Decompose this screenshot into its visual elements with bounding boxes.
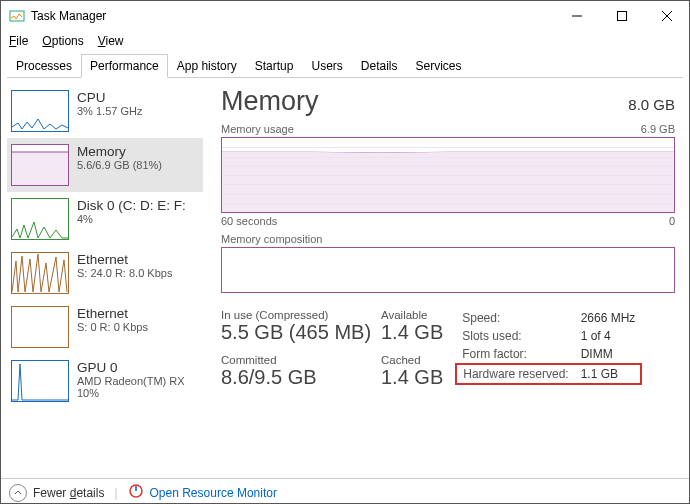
memory-composition-graph bbox=[221, 247, 675, 293]
sidebar-item-memory[interactable]: Memory5.6/6.9 GB (81%) bbox=[7, 138, 203, 192]
cached-value: 1.4 GB bbox=[381, 366, 443, 389]
sidebar-item-label: Ethernet bbox=[77, 252, 172, 267]
divider: | bbox=[114, 486, 117, 500]
usage-max: 6.9 GB bbox=[641, 123, 675, 135]
tab-app-history[interactable]: App history bbox=[168, 54, 246, 78]
memory-specs-table: Speed:2666 MHz Slots used:1 of 4 Form fa… bbox=[455, 309, 642, 385]
sidebar-item-cpu[interactable]: CPU3% 1.57 GHz bbox=[7, 84, 203, 138]
slots-value: 1 of 4 bbox=[575, 327, 642, 345]
comp-label: Memory composition bbox=[221, 233, 675, 245]
disk-thumb bbox=[11, 198, 69, 240]
footer: Fewer details | Open Resource Monitor bbox=[1, 478, 689, 504]
open-resource-monitor-link[interactable]: Open Resource Monitor bbox=[128, 483, 277, 502]
gpu-thumb bbox=[11, 360, 69, 402]
ethernet-thumb bbox=[11, 252, 69, 294]
sidebar-item-label: Ethernet bbox=[77, 306, 148, 321]
chevron-up-icon bbox=[9, 484, 27, 502]
sidebar-item-disk[interactable]: Disk 0 (C: D: E: F:4% bbox=[7, 192, 203, 246]
app-icon bbox=[9, 8, 25, 24]
sidebar-item-label: CPU bbox=[77, 90, 142, 105]
svg-rect-2 bbox=[617, 12, 626, 21]
ethernet-thumb bbox=[11, 306, 69, 348]
svg-rect-0 bbox=[10, 11, 24, 21]
cached-label: Cached bbox=[381, 354, 443, 366]
hw-reserved-label: Hardware reserved: bbox=[456, 364, 574, 384]
tab-processes[interactable]: Processes bbox=[7, 54, 81, 78]
window-title: Task Manager bbox=[31, 9, 554, 23]
svg-rect-5 bbox=[12, 152, 69, 185]
detail-pane: Memory 8.0 GB Memory usage 6.9 GB 60 sec… bbox=[203, 78, 689, 478]
sidebar-item-sub: 4% bbox=[77, 213, 186, 225]
tab-performance[interactable]: Performance bbox=[81, 54, 168, 78]
sidebar-item-sub: 5.6/6.9 GB (81%) bbox=[77, 159, 162, 171]
sidebar-item-sub: 3% 1.57 GHz bbox=[77, 105, 142, 117]
sidebar-item-sub: S: 24.0 R: 8.0 Kbps bbox=[77, 267, 172, 279]
available-label: Available bbox=[381, 309, 443, 321]
tab-startup[interactable]: Startup bbox=[246, 54, 303, 78]
menu-view[interactable]: View bbox=[98, 34, 124, 48]
x-left: 60 seconds bbox=[221, 215, 277, 227]
in-use-value: 5.5 GB (465 MB) bbox=[221, 321, 363, 344]
sidebar-item-ethernet-2[interactable]: EthernetS: 0 R: 0 Kbps bbox=[7, 300, 203, 354]
fewer-details-button[interactable]: Fewer details bbox=[9, 484, 104, 502]
tab-bar: Processes Performance App history Startu… bbox=[7, 53, 683, 78]
sidebar-item-sub: S: 0 R: 0 Kbps bbox=[77, 321, 148, 333]
sidebar-item-label: GPU 0 bbox=[77, 360, 185, 375]
menu-file[interactable]: File bbox=[9, 34, 28, 48]
sidebar-item-sub: AMD Radeon(TM) RX 10% bbox=[77, 375, 185, 399]
sidebar: CPU3% 1.57 GHz Memory5.6/6.9 GB (81%) Di… bbox=[1, 78, 203, 478]
speed-value: 2666 MHz bbox=[575, 309, 642, 327]
memory-usage-graph bbox=[221, 137, 675, 213]
tab-users[interactable]: Users bbox=[302, 54, 351, 78]
form-value: DIMM bbox=[575, 345, 642, 364]
x-right: 0 bbox=[669, 215, 675, 227]
tab-services[interactable]: Services bbox=[407, 54, 471, 78]
memory-total: 8.0 GB bbox=[628, 96, 675, 113]
available-value: 1.4 GB bbox=[381, 321, 443, 344]
in-use-label: In use (Compressed) bbox=[221, 309, 363, 321]
committed-value: 8.6/9.5 GB bbox=[221, 366, 363, 389]
memory-thumb bbox=[11, 144, 69, 186]
slots-label: Slots used: bbox=[456, 327, 574, 345]
resource-monitor-icon bbox=[128, 483, 144, 502]
menu-options[interactable]: Options bbox=[42, 34, 83, 48]
tab-details[interactable]: Details bbox=[352, 54, 407, 78]
usage-label: Memory usage bbox=[221, 123, 294, 135]
hw-reserved-value: 1.1 GB bbox=[575, 364, 642, 384]
page-title: Memory bbox=[221, 86, 319, 117]
committed-label: Committed bbox=[221, 354, 363, 366]
sidebar-item-gpu[interactable]: GPU 0AMD Radeon(TM) RX 10% bbox=[7, 354, 203, 408]
speed-label: Speed: bbox=[456, 309, 574, 327]
maximize-button[interactable] bbox=[599, 1, 644, 31]
titlebar: Task Manager bbox=[1, 1, 689, 31]
sidebar-item-ethernet-1[interactable]: EthernetS: 24.0 R: 8.0 Kbps bbox=[7, 246, 203, 300]
sidebar-item-label: Memory bbox=[77, 144, 162, 159]
cpu-thumb bbox=[11, 90, 69, 132]
minimize-button[interactable] bbox=[554, 1, 599, 31]
menubar: File Options View bbox=[1, 31, 689, 51]
close-button[interactable] bbox=[644, 1, 689, 31]
sidebar-item-label: Disk 0 (C: D: E: F: bbox=[77, 198, 186, 213]
form-label: Form factor: bbox=[456, 345, 574, 364]
